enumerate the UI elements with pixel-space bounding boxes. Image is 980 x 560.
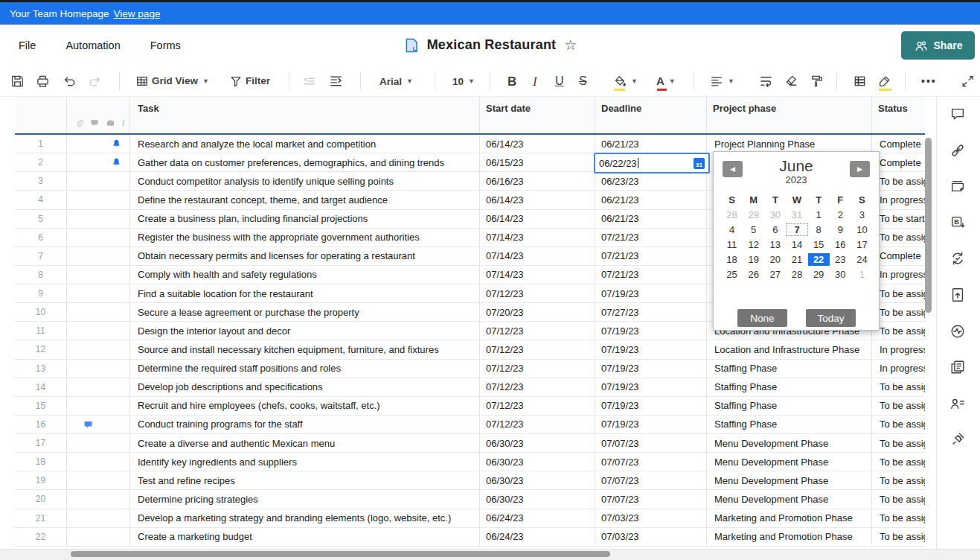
- wrap-text-button[interactable]: [759, 74, 773, 88]
- share-button[interactable]: Share: [901, 31, 975, 60]
- picker-day[interactable]: 28: [721, 209, 743, 221]
- picker-day[interactable]: 30: [830, 268, 851, 281]
- task-cell[interactable]: Develop job descriptions and specificati…: [130, 378, 480, 396]
- deadline-cell[interactable]: 07/19/23: [595, 284, 707, 302]
- start-date-cell[interactable]: 06/30/23: [480, 434, 595, 452]
- column-header-project-phase[interactable]: Project phase: [707, 97, 872, 133]
- picker-day[interactable]: 18: [721, 253, 743, 266]
- picker-day[interactable]: 20: [764, 253, 786, 266]
- start-date-cell[interactable]: 06/24/23: [480, 528, 595, 546]
- project-phase-cell[interactable]: Staffing Phase: [707, 378, 872, 396]
- row-number[interactable]: 3: [15, 172, 67, 190]
- task-cell[interactable]: Determine the required staff positions a…: [130, 360, 480, 378]
- task-cell[interactable]: Determine pricing strategies: [130, 490, 480, 508]
- row-number[interactable]: 21: [15, 509, 67, 527]
- font-size-selector[interactable]: 10▼: [452, 75, 475, 86]
- picker-day[interactable]: 12: [743, 238, 764, 251]
- project-phase-cell[interactable]: Menu Development Phase: [707, 453, 872, 471]
- fill-color-button[interactable]: ▼: [613, 74, 638, 88]
- picker-none-button[interactable]: None: [737, 309, 787, 327]
- start-date-cell[interactable]: 07/12/23: [480, 378, 595, 396]
- project-phase-cell[interactable]: Menu Development Phase: [707, 471, 872, 489]
- start-date-cell[interactable]: 06/30/23: [480, 453, 595, 471]
- italic-button[interactable]: I: [533, 74, 537, 87]
- status-cell[interactable]: To be assigned: [872, 434, 925, 452]
- picker-day[interactable]: 19: [743, 253, 764, 266]
- deadline-cell[interactable]: 06/21/23: [595, 210, 707, 228]
- update-requests-rail-icon[interactable]: [949, 250, 967, 268]
- export-rail-icon[interactable]: B: [949, 214, 967, 232]
- task-cell[interactable]: Define the restaurant concept, theme, an…: [130, 191, 480, 209]
- row-number[interactable]: 9: [15, 284, 67, 302]
- row-number[interactable]: 15: [15, 397, 67, 415]
- start-date-cell[interactable]: 07/14/23: [480, 266, 595, 284]
- status-cell[interactable]: To be assigned: [872, 229, 925, 246]
- picker-day[interactable]: 6: [764, 223, 786, 236]
- start-date-cell[interactable]: 07/12/23: [480, 360, 595, 378]
- proofs-rail-icon[interactable]: [949, 178, 967, 196]
- picker-day[interactable]: 2: [830, 209, 851, 221]
- status-cell[interactable]: In progress: [872, 340, 925, 358]
- format-painter-button[interactable]: [810, 74, 824, 88]
- publish-rail-icon[interactable]: [949, 287, 967, 305]
- task-cell[interactable]: Obtain necessary permits and licenses fo…: [130, 247, 480, 265]
- start-date-cell[interactable]: 07/14/23: [480, 229, 595, 246]
- undo-button[interactable]: [63, 74, 77, 88]
- task-cell[interactable]: Gather data on customer preferences, dem…: [130, 153, 480, 171]
- strikethrough-button[interactable]: S: [579, 75, 587, 87]
- picker-day[interactable]: 3: [851, 209, 873, 221]
- row-number[interactable]: 20: [15, 490, 67, 508]
- picker-day[interactable]: 13: [764, 238, 786, 251]
- row-number[interactable]: 18: [15, 453, 67, 471]
- picker-day[interactable]: 11: [721, 238, 743, 251]
- task-cell[interactable]: Create a business plan, including financ…: [130, 210, 480, 228]
- picker-day[interactable]: 10: [851, 223, 873, 236]
- status-cell[interactable]: To be assigned: [872, 303, 925, 321]
- calendar-picker-icon[interactable]: 31: [694, 158, 705, 169]
- row-number[interactable]: 1: [15, 135, 67, 153]
- font-family-selector[interactable]: Arial▼: [379, 75, 413, 86]
- filter-button[interactable]: Filter: [229, 74, 270, 88]
- task-cell[interactable]: Register the business with the appropria…: [130, 229, 480, 246]
- start-date-cell[interactable]: 07/12/23: [480, 340, 595, 358]
- column-header-status[interactable]: Status: [872, 97, 925, 133]
- row-number[interactable]: 8: [15, 266, 67, 284]
- row-comment-icon[interactable]: [83, 419, 93, 429]
- deadline-cell[interactable]: 06/21/23: [595, 191, 707, 209]
- start-date-cell[interactable]: 07/12/23: [480, 397, 595, 415]
- status-cell[interactable]: To be started: [872, 210, 925, 228]
- row-number[interactable]: 16: [15, 416, 67, 433]
- picker-day[interactable]: 5: [743, 223, 764, 236]
- status-cell[interactable]: To be assigned: [872, 471, 925, 489]
- task-cell[interactable]: Create a diverse and authentic Mexican m…: [130, 434, 480, 452]
- picker-day[interactable]: 28: [786, 268, 807, 281]
- start-date-cell[interactable]: 06/16/23: [480, 172, 595, 190]
- task-cell[interactable]: Recruit and hire employees (chefs, cooks…: [130, 397, 480, 415]
- reminder-bell-icon[interactable]: [112, 139, 121, 149]
- deadline-cell[interactable]: 07/19/23: [595, 360, 707, 378]
- outdent-button[interactable]: [302, 74, 316, 88]
- picker-day[interactable]: 24: [851, 253, 873, 266]
- print-button[interactable]: [36, 74, 50, 88]
- picker-day[interactable]: 21: [786, 253, 807, 266]
- project-phase-cell[interactable]: Staffing Phase: [707, 397, 872, 415]
- row-number[interactable]: 12: [15, 340, 67, 358]
- status-cell[interactable]: Complete: [872, 153, 925, 171]
- project-phase-cell[interactable]: Project Planning Phase: [707, 135, 872, 153]
- status-cell[interactable]: To be assigned: [872, 378, 925, 396]
- row-number[interactable]: 7: [15, 247, 67, 265]
- row-number[interactable]: 6: [15, 229, 67, 246]
- deadline-cell[interactable]: 07/21/23: [595, 247, 707, 265]
- deadline-cell[interactable]: 07/19/23: [595, 416, 707, 433]
- vertical-scrollbar[interactable]: [925, 138, 932, 313]
- project-phase-cell[interactable]: Menu Development Phase: [707, 490, 872, 508]
- status-cell[interactable]: Complete: [872, 135, 925, 153]
- start-date-cell[interactable]: 06/14/23: [480, 191, 595, 209]
- status-cell[interactable]: To be assigned: [872, 322, 925, 340]
- row-number[interactable]: 22: [15, 528, 67, 546]
- row-number[interactable]: 2: [15, 153, 67, 171]
- status-cell[interactable]: To be assigned: [872, 416, 925, 433]
- deadline-cell[interactable]: 07/19/23: [595, 378, 707, 396]
- status-cell[interactable]: To be assigned: [872, 397, 925, 415]
- deadline-cell[interactable]: 06/21/23: [595, 135, 707, 153]
